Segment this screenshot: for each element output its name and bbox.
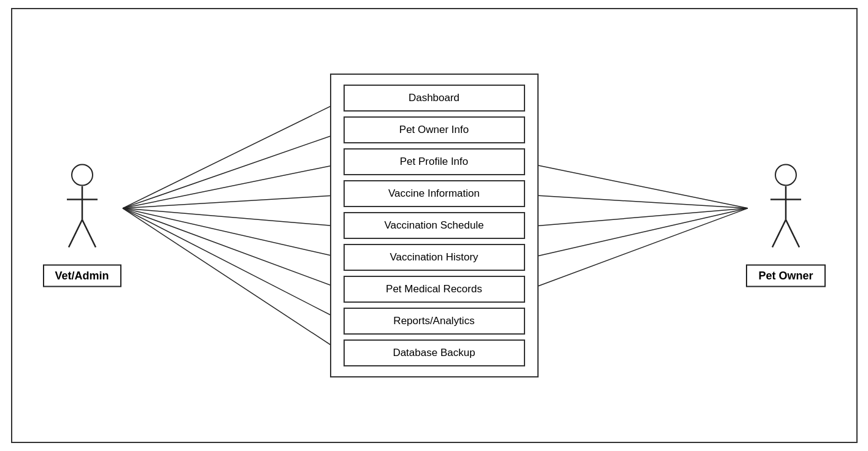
svg-line-7 (526, 195, 748, 208)
usecase-pet-profile-info: Pet Profile Info (344, 148, 525, 175)
stick-body-right (767, 186, 804, 254)
usecase-vaccination-history: Vaccination History (344, 244, 525, 271)
actor-vet-admin-label: Vet/Admin (43, 265, 121, 287)
svg-line-5 (526, 163, 748, 208)
svg-line-9 (526, 208, 748, 227)
usecase-reports-analytics: Reports/Analytics (344, 308, 525, 335)
stick-body-left (64, 186, 101, 254)
usecase-container: Dashboard Pet Owner Info Pet Profile Inf… (330, 74, 539, 377)
outer-border: Vet/Admin Dashboard Pet Owner Info Pet P… (11, 8, 858, 443)
actor-pet-owner-label: Pet Owner (746, 265, 825, 287)
svg-line-22 (772, 220, 786, 248)
stick-head-right (775, 164, 797, 186)
usecase-pet-medical-records: Pet Medical Records (344, 276, 525, 303)
usecase-vaccine-information: Vaccine Information (344, 180, 525, 207)
svg-line-14 (123, 208, 345, 322)
svg-line-12 (123, 208, 345, 290)
svg-line-18 (69, 220, 82, 248)
svg-line-3 (123, 131, 345, 208)
svg-line-15 (123, 208, 345, 354)
svg-line-6 (123, 195, 345, 208)
stick-body-svg-left (64, 186, 101, 254)
stick-figure-right (767, 164, 804, 254)
svg-line-8 (123, 208, 345, 227)
svg-line-11 (526, 208, 748, 259)
actor-vet-admin: Vet/Admin (43, 164, 121, 287)
usecase-dashboard: Dashboard (344, 85, 525, 112)
svg-line-19 (82, 220, 96, 248)
svg-line-23 (786, 220, 799, 248)
actor-pet-owner: Pet Owner (746, 164, 825, 287)
svg-line-13 (526, 208, 748, 290)
stick-body-svg-right (767, 186, 804, 254)
svg-line-2 (123, 99, 345, 208)
stick-figure-left (64, 164, 101, 254)
usecase-vaccination-schedule: Vaccination Schedule (344, 212, 525, 239)
diagram-container: Vet/Admin Dashboard Pet Owner Info Pet P… (12, 9, 856, 442)
usecase-database-backup: Database Backup (344, 339, 525, 366)
svg-line-4 (123, 163, 345, 208)
stick-head-left (71, 164, 93, 186)
usecase-pet-owner-info: Pet Owner Info (344, 116, 525, 143)
svg-line-10 (123, 208, 345, 259)
